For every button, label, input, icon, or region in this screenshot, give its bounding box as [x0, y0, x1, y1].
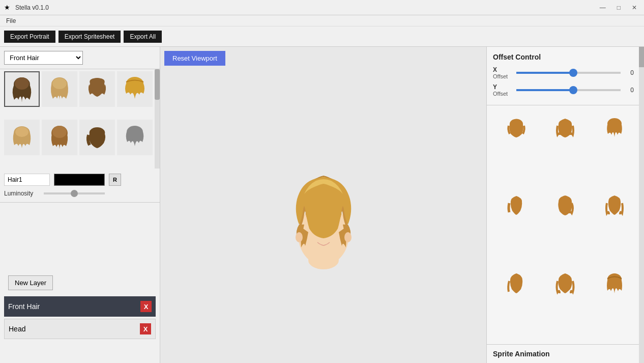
hair-preview-grid — [487, 105, 644, 344]
hair-name-input[interactable] — [4, 174, 50, 186]
reset-button[interactable]: R — [109, 174, 121, 186]
x-offset-value: 0 — [624, 69, 634, 76]
hair-grid-container — [0, 69, 160, 169]
canvas-area: Reset Viewport — [160, 47, 486, 363]
character-illustration — [260, 133, 387, 296]
layer-row-head[interactable]: Head X — [4, 319, 156, 339]
x-offset-slider[interactable] — [516, 72, 621, 74]
hair-item-1[interactable] — [4, 71, 40, 107]
left-panel: Front Hair Back Hair Head Eyes Nose Mout… — [0, 47, 160, 363]
close-button[interactable]: ✕ — [629, 3, 640, 12]
svg-point-3 — [52, 78, 67, 89]
x-offset-row: X Offset 0 — [493, 66, 634, 79]
hair-grid-scrollbar[interactable] — [155, 69, 160, 169]
hair-item-8[interactable] — [117, 120, 153, 155]
layer-items: Front Hair X Head X — [0, 296, 160, 339]
layer-type-select[interactable]: Front Hair Back Hair Head Eyes Nose Mout… — [4, 51, 83, 65]
reset-viewport-button[interactable]: Reset Viewport — [164, 51, 225, 66]
offset-section: Offset Control X Offset 0 Y Offset 0 — [487, 47, 644, 105]
hair-item-6[interactable] — [42, 120, 77, 155]
layer-label-head: Head — [9, 325, 140, 333]
preview-item-7[interactable] — [493, 265, 540, 300]
hair-item-5[interactable] — [4, 120, 40, 155]
luminosity-row: Luminosity — [4, 190, 156, 197]
svg-point-8 — [52, 126, 67, 138]
preview-item-5[interactable] — [542, 187, 589, 222]
export-portrait-button[interactable]: Export Portrait — [4, 31, 55, 43]
titlebar-controls: — □ ✕ — [597, 3, 640, 12]
hair-item-4[interactable] — [117, 71, 153, 107]
maximize-button[interactable]: □ — [614, 3, 624, 12]
y-offset-slider[interactable] — [516, 89, 621, 91]
main-layout: Front Hair Back Hair Head Eyes Nose Mout… — [0, 47, 644, 363]
hair-item-7[interactable] — [79, 120, 115, 155]
preview-item-8[interactable] — [542, 265, 589, 300]
export-spritesheet-button[interactable]: Export Spritesheet — [58, 31, 121, 43]
layer-label-front-hair: Front Hair — [8, 302, 140, 311]
right-scrollbar-thumb — [639, 47, 644, 67]
hair-item-3[interactable] — [79, 71, 115, 107]
preview-item-4[interactable] — [493, 187, 540, 222]
hair-grid-scrollbar-thumb — [155, 69, 160, 100]
sprite-animation-section: Sprite Animation — [487, 344, 644, 363]
toolbar: Export Portrait Export Spritesheet Expor… — [0, 26, 644, 47]
right-panel: Offset Control X Offset 0 Y Offset 0 — [486, 47, 644, 363]
menubar: File — [0, 15, 644, 26]
new-layer-area: New Layer — [0, 269, 160, 296]
x-offset-sublabel: Offset — [493, 73, 513, 79]
titlebar: ★ Stella v0.1.0 — □ ✕ — [0, 0, 644, 15]
y-offset-sublabel: Offset — [493, 91, 513, 97]
export-all-button[interactable]: Export All — [124, 31, 162, 43]
luminosity-slider[interactable] — [44, 192, 105, 194]
prop-row-name: R — [4, 174, 156, 186]
preview-item-2[interactable] — [542, 109, 589, 145]
app-title: Stella v0.1.0 — [15, 4, 49, 11]
y-offset-label-group: Y Offset — [493, 83, 513, 97]
y-axis-label: Y — [493, 83, 513, 91]
color-swatch[interactable] — [54, 174, 105, 186]
layer-delete-head[interactable]: X — [140, 323, 151, 334]
x-offset-label-group: X Offset — [493, 66, 513, 79]
hair-item-2[interactable] — [42, 71, 77, 107]
offset-title: Offset Control — [493, 53, 634, 61]
svg-point-13 — [296, 232, 303, 242]
svg-point-6 — [15, 127, 28, 137]
svg-point-1 — [15, 77, 29, 90]
layer-list: Front Hair X Head X — [0, 296, 160, 363]
preview-item-9[interactable] — [591, 265, 638, 300]
preview-item-3[interactable] — [591, 109, 638, 145]
menu-item-file[interactable]: File — [2, 16, 20, 25]
sprite-animation-title: Sprite Animation — [493, 350, 638, 358]
preview-item-1[interactable] — [493, 109, 540, 145]
y-offset-row: Y Offset 0 — [493, 83, 634, 97]
layer-delete-front-hair[interactable]: X — [140, 301, 152, 312]
app-icon: ★ — [4, 4, 12, 12]
canvas-background — [164, 70, 482, 359]
spacer — [0, 203, 160, 269]
dropdown-area: Front Hair Back Hair Head Eyes Nose Mout… — [0, 47, 160, 69]
luminosity-label: Luminosity — [4, 190, 40, 197]
layer-row-front-hair[interactable]: Front Hair X — [4, 296, 156, 317]
properties-area: R Luminosity — [0, 169, 160, 203]
right-scrollbar[interactable] — [639, 47, 644, 363]
x-axis-label: X — [493, 66, 513, 73]
preview-item-6[interactable] — [591, 187, 638, 222]
minimize-button[interactable]: — — [597, 3, 609, 12]
svg-point-12 — [308, 251, 339, 269]
hair-grid — [0, 69, 160, 169]
new-layer-button[interactable]: New Layer — [8, 275, 53, 290]
y-offset-value: 0 — [624, 87, 634, 94]
svg-point-14 — [344, 232, 352, 242]
titlebar-left: ★ Stella v0.1.0 — [4, 4, 49, 12]
